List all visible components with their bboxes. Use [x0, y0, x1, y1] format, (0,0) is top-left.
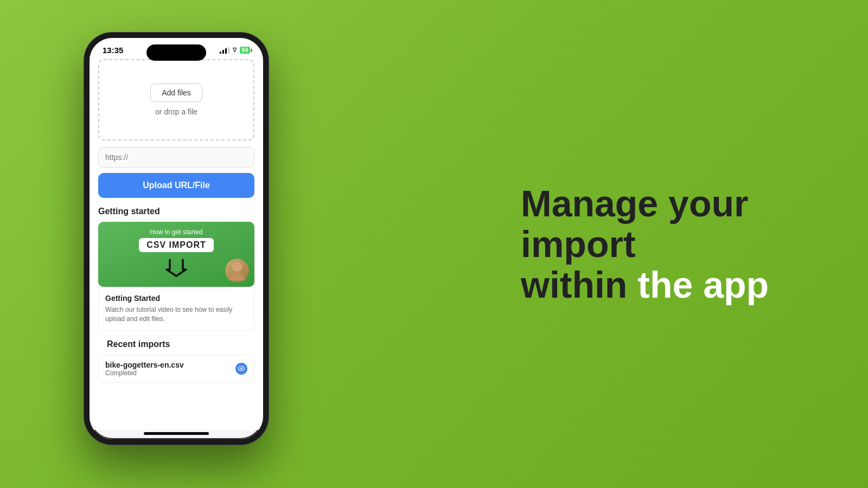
dynamic-island: [146, 44, 206, 61]
video-card[interactable]: How to get started CSV IMPORT: [98, 222, 254, 287]
gs-card-title: Getting Started: [105, 294, 247, 303]
promo-line1: Manage your import: [521, 183, 748, 265]
svg-point-1: [240, 368, 242, 370]
phone-mockup: 13:35 ∇ 64 Add files or drop a file: [84, 22, 269, 466]
recent-status: Completed: [105, 369, 184, 377]
gs-card-desc: Watch our tutorial video to see how to e…: [105, 305, 247, 324]
promo-line2-normal: within: [521, 264, 637, 305]
video-thumbnail: How to get started CSV IMPORT: [98, 222, 254, 287]
recent-imports-title: Recent imports: [107, 339, 246, 349]
status-time: 13:35: [103, 46, 123, 55]
url-input-wrap: [98, 147, 254, 168]
getting-started-title: Getting started: [98, 207, 254, 216]
video-label: How to get started: [150, 228, 202, 236]
status-bar: 13:35 ∇ 64: [90, 38, 263, 59]
csv-badge: CSV IMPORT: [139, 238, 214, 252]
recent-item-info: bike-gogetters-en.csv Completed: [105, 361, 184, 377]
signal-icon: [220, 47, 229, 54]
eye-icon[interactable]: [235, 363, 247, 375]
recent-import-item[interactable]: bike-gogetters-en.csv Completed: [98, 355, 254, 383]
drop-text: or drop a file: [155, 107, 197, 116]
url-input[interactable]: [98, 147, 254, 168]
phone-content: Add files or drop a file Upload URL/File…: [90, 59, 263, 430]
home-indicator: [144, 432, 209, 435]
promo-title: Manage your import within the app: [521, 183, 825, 305]
promo-text: Manage your import within the app: [521, 183, 825, 305]
getting-started-card: Getting Started Watch our tutorial video…: [98, 287, 254, 331]
upload-button[interactable]: Upload URL/File: [98, 173, 254, 198]
phone-frame: 13:35 ∇ 64 Add files or drop a file: [84, 33, 269, 445]
recent-filename: bike-gogetters-en.csv: [105, 361, 184, 369]
wifi-icon: ∇: [233, 47, 237, 54]
battery-icon: 64: [240, 47, 250, 54]
avatar: [225, 259, 249, 282]
status-icons: ∇ 64: [220, 47, 250, 54]
add-files-button[interactable]: Add files: [150, 84, 202, 102]
drop-zone[interactable]: Add files or drop a file: [98, 59, 254, 140]
promo-line2-highlight: the app: [637, 264, 769, 305]
recent-imports-section: Recent imports bike-gogetters-en.csv Com…: [98, 339, 254, 383]
download-arrow-icon: [165, 258, 187, 281]
